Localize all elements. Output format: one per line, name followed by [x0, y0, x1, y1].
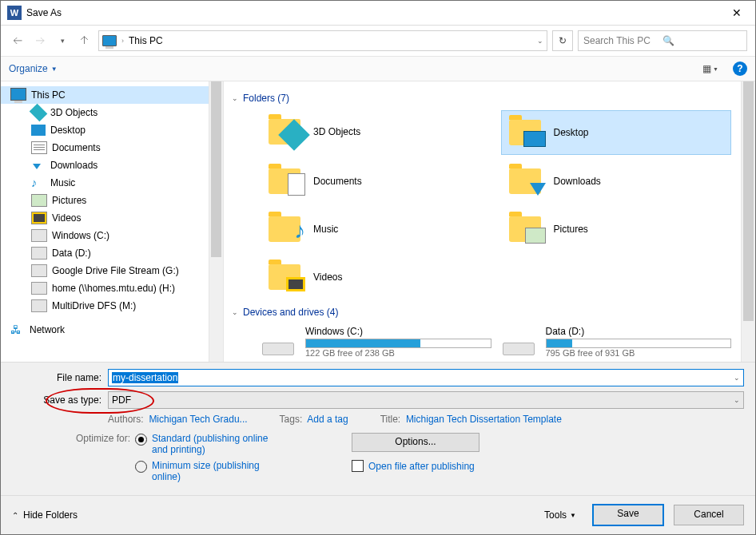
filename-label: File name:	[12, 372, 108, 383]
address-location: This PC	[129, 35, 532, 46]
tree-node-drive-d[interactable]: Data (D:)	[1, 244, 209, 262]
document-icon	[31, 141, 47, 154]
title-label: Title:	[380, 414, 401, 425]
chevron-down-icon: ▼	[51, 65, 58, 73]
tree-node-pictures[interactable]: Pictures	[1, 192, 209, 209]
folder-label: Pictures	[554, 224, 588, 235]
folder-icon	[267, 165, 302, 197]
tree-node-network[interactable]: 🖧Network	[1, 321, 209, 339]
drive-free-text: 795 GB free of 931 GB	[546, 348, 732, 358]
music-icon: ♪	[31, 177, 46, 188]
refresh-button[interactable]: ↻	[552, 30, 573, 51]
authors-label: Authors:	[108, 414, 144, 425]
tree-node-music[interactable]: ♪Music	[1, 174, 209, 192]
drive-icon	[31, 229, 47, 242]
options-button[interactable]: Options...	[352, 433, 479, 452]
savetype-select[interactable]: PDF ⌄	[108, 391, 744, 409]
drive-usage-bar	[305, 339, 491, 348]
cancel-button[interactable]: Cancel	[674, 505, 744, 525]
folder-tile[interactable]: 3D Objects	[261, 110, 491, 153]
drive-icon	[31, 282, 47, 295]
drive-free-text: 122 GB free of 238 GB	[305, 348, 491, 358]
drive-icon	[31, 299, 47, 312]
nav-row: 🡠 🡢 ▾ 🡡 › This PC ⌄ ↻ Search This PC 🔍	[1, 26, 755, 56]
annotation-circle	[46, 388, 154, 414]
open-after-checkbox[interactable]: Open file after publishing	[352, 460, 479, 472]
cube-icon	[30, 104, 48, 122]
tree-node-3d-objects[interactable]: 3D Objects	[1, 104, 209, 121]
drive-icon	[501, 328, 536, 355]
chevron-down-icon[interactable]: ⌄	[734, 374, 740, 382]
folder-icon	[507, 117, 543, 149]
organize-menu[interactable]: Organize ▼	[9, 63, 58, 74]
hide-folders-button[interactable]: ⌃ Hide Folders	[12, 509, 78, 521]
save-as-dialog: W Save As ✕ 🡠 🡢 ▾ 🡡 › This PC ⌄ ↻ Search…	[0, 0, 756, 535]
close-button[interactable]: ✕	[718, 1, 755, 25]
folder-icon: ♪	[267, 213, 302, 245]
tree-node-desktop[interactable]: Desktop	[1, 121, 209, 139]
radio-standard[interactable]: Standard (publishing online and printing…	[135, 433, 272, 455]
authors-value[interactable]: Michigan Tech Gradu...	[149, 414, 247, 425]
help-button[interactable]: ?	[733, 61, 747, 76]
tree-node-drive-g[interactable]: Google Drive File Stream (G:)	[1, 262, 209, 279]
chevron-down-icon: ▼	[570, 512, 576, 519]
folder-tile[interactable]: Pictures	[501, 208, 732, 251]
section-drives-header[interactable]: ⌄ Devices and drives (4)	[232, 307, 731, 318]
breadcrumb-chevron-icon: ›	[121, 37, 124, 45]
filename-value: my-dissertation	[112, 372, 178, 383]
nav-forward-button[interactable]: 🡢	[31, 32, 49, 50]
drive-tile[interactable]: Data (D:) 795 GB free of 931 GB	[501, 324, 732, 359]
search-icon: 🔍	[662, 35, 742, 46]
tree-node-documents[interactable]: Documents	[1, 139, 209, 157]
tags-value[interactable]: Add a tag	[307, 414, 348, 425]
tree-scrollbar[interactable]	[209, 81, 223, 362]
folder-tile[interactable]: Downloads	[501, 160, 732, 203]
folder-label: Downloads	[554, 176, 601, 187]
folder-icon	[267, 116, 302, 148]
chevron-down-icon: ▼	[713, 66, 718, 72]
radio-dot-icon	[135, 434, 147, 446]
optimize-label: Optimize for:	[58, 433, 135, 487]
tree-node-drive-h[interactable]: home (\\homes.mtu.edu) (H:)	[1, 279, 209, 297]
search-input[interactable]: Search This PC 🔍	[578, 30, 747, 51]
tree-node-drive-c[interactable]: Windows (C:)	[1, 227, 209, 244]
body-split: This PC 3D Objects Desktop Documents Dow…	[1, 81, 755, 362]
folder-tile[interactable]: Desktop	[501, 110, 732, 155]
window-title: Save As	[26, 7, 62, 18]
nav-up-button[interactable]: 🡡	[76, 32, 94, 50]
address-bar[interactable]: › This PC ⌄	[98, 30, 547, 51]
desktop-icon	[31, 125, 46, 136]
radio-minimum[interactable]: Minimum size (publishing online)	[135, 460, 272, 482]
chevron-down-icon: ⌄	[232, 94, 238, 102]
tree-node-videos[interactable]: Videos	[1, 209, 209, 227]
view-mode-icon: ▦	[702, 63, 711, 74]
nav-back-button[interactable]: 🡠	[9, 32, 26, 50]
drive-tile[interactable]: Windows (C:) 122 GB free of 238 GB	[261, 324, 491, 359]
save-button[interactable]: Save	[592, 504, 664, 526]
folder-label: Videos	[313, 271, 342, 283]
tools-menu[interactable]: Tools ▼	[544, 509, 576, 521]
folder-tile[interactable]: Documents	[261, 160, 491, 203]
folder-label: Music	[313, 224, 338, 235]
tree-node-drive-m[interactable]: MultiDrive DFS (M:)	[1, 297, 209, 315]
section-folders-header[interactable]: ⌄ Folders (7)	[232, 93, 731, 104]
search-placeholder: Search This PC	[583, 35, 662, 46]
folder-tile[interactable]: ♪Music	[261, 208, 491, 251]
title-value[interactable]: Michigan Tech Dissertation Template	[406, 414, 562, 425]
pictures-icon	[31, 194, 47, 207]
nav-tree: This PC 3D Objects Desktop Documents Dow…	[1, 81, 224, 362]
address-dropdown-icon[interactable]: ⌄	[537, 37, 543, 45]
tree-node-downloads[interactable]: Downloads	[1, 157, 209, 174]
pane-scrollbar[interactable]	[741, 81, 755, 362]
view-mode-button[interactable]: ▦ ▼	[696, 59, 725, 78]
folder-label: 3D Objects	[313, 126, 360, 137]
filename-input[interactable]: my-dissertation ⌄	[108, 369, 744, 386]
drive-icon	[31, 247, 47, 260]
folder-tile[interactable]: Videos	[261, 256, 491, 299]
folder-label: Desktop	[554, 127, 589, 138]
tree-node-this-pc[interactable]: This PC	[1, 86, 209, 104]
chevron-down-icon[interactable]: ⌄	[734, 396, 740, 404]
drive-name: Data (D:)	[546, 326, 732, 337]
nav-recent-dropdown[interactable]: ▾	[54, 32, 71, 50]
folder-icon	[507, 165, 543, 197]
